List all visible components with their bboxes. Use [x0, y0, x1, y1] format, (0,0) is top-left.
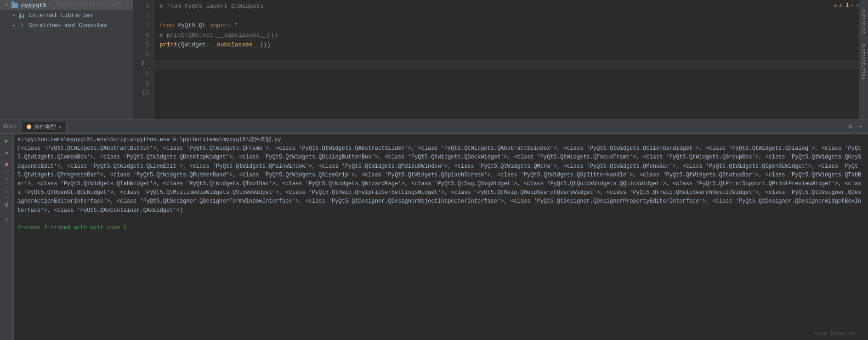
- library-icon: [18, 11, 26, 19]
- class-qwidget: QWidget: [181, 40, 206, 50]
- code-line-6: [159, 50, 862, 60]
- tab-label: 控件类型: [34, 123, 56, 131]
- kw-import: import: [210, 21, 235, 31]
- code-line-10: [159, 89, 862, 98]
- sidebar-project-path: F:\pythonitems\mypyqt5: [49, 2, 122, 8]
- stop-button[interactable]: ■: [2, 159, 12, 170]
- paren-open: (: [177, 40, 181, 50]
- editor-warnings[interactable]: ⚠ ⚠ 1 ∧ ∨: [834, 2, 859, 9]
- sidebar-project-label: mypyqt5: [21, 2, 46, 9]
- editor-content: 1 2 3 4 5 6 7 8 9 10 # from PyQt5 import…: [133, 0, 868, 119]
- code-line-9: [159, 79, 862, 89]
- rerun-button[interactable]: ↻: [2, 147, 12, 158]
- settings-button[interactable]: ⚙: [846, 122, 854, 131]
- watermark: CSDN @znwx.cn: [815, 331, 854, 336]
- scroll-bottom-button[interactable]: ⇓: [2, 186, 12, 196]
- tab-close-button[interactable]: ✕: [59, 124, 62, 130]
- run-toolbar: Run: 控件类型 ✕ ⚙ ─: [0, 120, 868, 134]
- code-line-4: # print(QObject.__subclasses__()): [159, 31, 862, 40]
- code-editor[interactable]: # from PyQt5 import QtWidgets from PyQt5…: [154, 0, 862, 119]
- line-num-2: 2: [133, 11, 149, 21]
- code-line-5: print(QWidget.__subclasses__()): [159, 40, 862, 50]
- code-line-3: from PyQt5.Qt import *: [159, 21, 862, 31]
- line-num-10: 10: [133, 89, 149, 98]
- run-left-toolbar: ▶ ↻ ■ ⇑ ⇓ ⎙ ✕: [0, 134, 14, 340]
- sidebar-item-external-libraries[interactable]: ▸ External Libraries: [0, 10, 133, 20]
- code-comment-4: # print(QObject.__subclasses__()): [159, 31, 278, 40]
- gutter-label-notifications[interactable]: Notifications: [861, 43, 866, 79]
- line-num-7: 7: [133, 60, 149, 69]
- line-num-8: 8: [133, 69, 149, 79]
- import-star: *: [235, 21, 238, 31]
- kw-from: from: [159, 21, 177, 31]
- sidebar-item-scratches[interactable]: ▸ ✎ Scratches and Consoles: [0, 20, 133, 30]
- code-comment-1: # from PyQt5 import QtWidgets: [159, 2, 263, 11]
- toolbar-separator-2: [2, 198, 11, 198]
- parens-call: ()): [260, 40, 270, 50]
- sidebar: ▾ mypyqt5 F:\pythonitems\mypyqt5 ▸: [0, 0, 133, 119]
- console-output-line: [<class 'PyQt5.QtWidgets.QAbstractButton…: [17, 144, 864, 215]
- console-exit-line: Process finished with exit code 0: [17, 224, 864, 232]
- console-text[interactable]: F:\pythonitems\mypyqt5\.env\Scripts\pyth…: [14, 134, 868, 340]
- code-line-8: [159, 69, 862, 79]
- fn-print: print: [159, 40, 177, 50]
- expand-arrow-libraries: ▸: [11, 12, 17, 18]
- run-label: Run:: [4, 124, 17, 130]
- warning-icon: ⚠: [834, 2, 837, 9]
- line-num-4: 4: [133, 31, 149, 40]
- line-num-9: 9: [133, 79, 149, 89]
- toolbar-separator-1: [2, 171, 11, 172]
- line-num-1: 1: [133, 2, 149, 11]
- module-name: PyQt5.Qt: [177, 21, 210, 31]
- right-gutter: Structure Notifications: [859, 0, 868, 119]
- expand-arrow-scratches: ▸: [11, 23, 17, 28]
- run-play-button[interactable]: ▶: [2, 136, 12, 146]
- console-cmd-line: F:\pythonitems\mypyqt5\.env\Scripts\pyth…: [17, 136, 864, 144]
- expand-arrow: ▾: [4, 2, 9, 8]
- toolbar-separator-3: [2, 212, 11, 212]
- warning-count: ⚠ 1: [839, 2, 849, 9]
- code-line-2: [159, 11, 862, 21]
- line-num-3: 3: [133, 21, 149, 31]
- run-tab-active[interactable]: 控件类型 ✕: [22, 122, 67, 132]
- code-line-1: # from PyQt5 import QtWidgets: [159, 2, 862, 11]
- line-num-5: 5: [133, 40, 149, 50]
- print-button[interactable]: ⎙: [2, 200, 12, 210]
- clear-button[interactable]: ✕: [2, 214, 12, 224]
- gutter-label-structure[interactable]: Structure: [861, 9, 866, 34]
- scratches-icon: ✎: [18, 22, 26, 29]
- tab-icon: [27, 125, 31, 129]
- sidebar-libraries-label: External Libraries: [28, 12, 93, 19]
- console-output: ▶ ↻ ■ ⇑ ⇓ ⎙ ✕ F:\pythonitems\mypyqt5\.en…: [0, 134, 868, 340]
- code-line-7: [154, 60, 862, 69]
- console-blank-line: [17, 215, 864, 224]
- sidebar-scratches-label: Scratches and Consoles: [28, 22, 108, 29]
- fn-subclasses: __subclasses__: [210, 40, 260, 50]
- warning-nav-up[interactable]: ∧: [851, 2, 854, 8]
- line-num-6: 6: [133, 50, 149, 60]
- bottom-panel: Run: 控件类型 ✕ ⚙ ─ ▶ ↻ ■ ⇑ ⇓ ⎙: [0, 119, 868, 340]
- warning-nav-down[interactable]: ∨: [856, 2, 859, 8]
- scroll-top-button[interactable]: ⇑: [2, 174, 12, 184]
- sidebar-item-mypyqt5[interactable]: ▾ mypyqt5 F:\pythonitems\mypyqt5: [0, 0, 133, 10]
- line-numbers: 1 2 3 4 5 6 7 8 9 10: [133, 0, 154, 119]
- folder-icon: [11, 1, 18, 9]
- minimize-button[interactable]: ─: [857, 122, 864, 131]
